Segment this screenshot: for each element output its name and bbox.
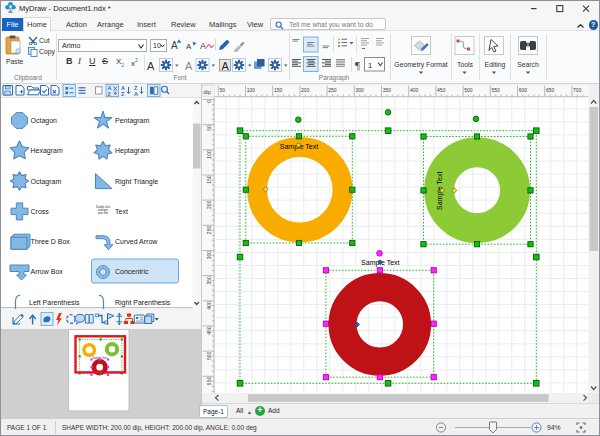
svg-text:250: 250 [328, 87, 337, 93]
svg-text:A: A [134, 91, 138, 97]
svg-text:A: A [200, 41, 206, 51]
svg-text:94%: 94% [547, 424, 561, 431]
svg-text:350: 350 [206, 276, 212, 285]
svg-text:Octagon: Octagon [31, 117, 58, 125]
svg-text:400: 400 [206, 301, 212, 310]
svg-text:650: 650 [546, 87, 555, 93]
svg-text:550: 550 [206, 377, 212, 386]
svg-text:Right Parenthesis: Right Parenthesis [115, 299, 171, 307]
svg-text:Curved Arrow: Curved Arrow [115, 238, 158, 245]
svg-text:A: A [222, 60, 230, 72]
svg-text:300: 300 [356, 87, 365, 93]
svg-text:150: 150 [274, 87, 283, 93]
svg-text:100: 100 [247, 87, 256, 93]
svg-text:250: 250 [206, 226, 212, 235]
svg-text:300: 300 [206, 251, 212, 260]
svg-text:dip: dip [204, 89, 211, 95]
svg-text:¶: ¶ [355, 59, 360, 71]
svg-text:your text: your text [98, 211, 108, 215]
svg-text:200: 200 [206, 200, 212, 209]
svg-text:350: 350 [383, 87, 392, 93]
svg-text:450: 450 [206, 326, 212, 335]
svg-text:500: 500 [206, 351, 212, 360]
svg-text:Left Parenthesis: Left Parenthesis [29, 299, 80, 306]
svg-text:50: 50 [206, 125, 212, 131]
svg-text:400: 400 [410, 87, 419, 93]
svg-text:Sample Text: Sample Text [93, 356, 108, 360]
svg-text:Concentric: Concentric [115, 268, 149, 275]
svg-text:450: 450 [437, 87, 446, 93]
svg-text:A: A [171, 40, 178, 51]
svg-text:0: 0 [206, 100, 212, 103]
svg-text:500: 500 [464, 87, 473, 93]
svg-text:Octagram: Octagram [31, 178, 62, 186]
svg-text:Heptagram: Heptagram [115, 147, 150, 155]
svg-text:Hexagram: Hexagram [31, 147, 63, 155]
svg-text:100: 100 [206, 150, 212, 159]
svg-text:1: 1 [368, 61, 372, 70]
svg-text:550: 550 [492, 87, 501, 93]
svg-text:A: A [185, 60, 193, 72]
svg-text:700: 700 [573, 87, 582, 93]
svg-text:Three D Box: Three D Box [31, 238, 71, 245]
svg-text:Z: Z [121, 91, 125, 97]
svg-text:Arrow Box: Arrow Box [31, 268, 64, 275]
svg-text:200: 200 [301, 87, 310, 93]
svg-text:600: 600 [519, 87, 528, 93]
svg-text:2: 2 [108, 91, 111, 97]
svg-text:A: A [147, 60, 155, 72]
svg-text:50: 50 [220, 87, 226, 93]
svg-text:Text: Text [115, 208, 128, 215]
svg-text:A: A [186, 42, 192, 51]
svg-text:Right Triangle: Right Triangle [115, 178, 158, 186]
svg-text:Pentagram: Pentagram [115, 117, 149, 125]
svg-text:Cross: Cross [31, 208, 50, 215]
svg-text:150: 150 [206, 175, 212, 184]
